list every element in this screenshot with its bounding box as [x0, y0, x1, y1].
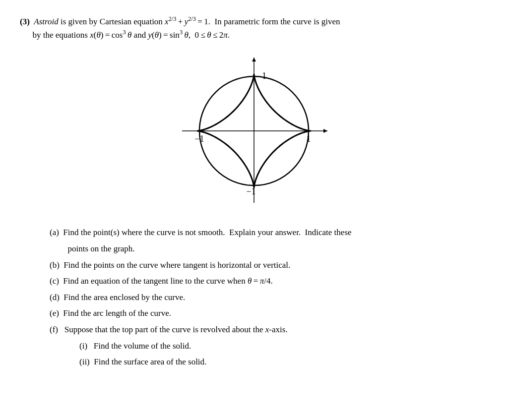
question-f: (f) Suppose that the top part of the cur…: [50, 322, 488, 338]
question-c: (c) Find an equation of the tangent line…: [50, 274, 488, 289]
astroid-label: Astroid: [34, 17, 58, 26]
problem-number: (3): [20, 17, 30, 26]
graph-wrapper: −1 1 1 −1 (function() { var path = docum…: [175, 52, 333, 210]
question-fii: (ii) Find the surface area of the solid.: [79, 355, 488, 370]
question-a-cont: points on the graph.: [68, 241, 488, 257]
astroid-accurate: (function() { var path = document.getEle…: [175, 52, 333, 210]
question-b: (b) Find the points on the curve where t…: [50, 258, 488, 273]
question-a: (a) Find the point(s) where the curve is…: [50, 225, 488, 240]
problem-statement: (3) Astroid is given by Cartesian equati…: [20, 15, 488, 42]
graph-container: −1 1 1 −1 (function() { var path = docum…: [20, 52, 488, 210]
question-e: (e) Find the arc length of the curve.: [50, 306, 488, 321]
question-fi: (i) Find the volume of the solid.: [79, 339, 488, 354]
problem-container: (3) Astroid is given by Cartesian equati…: [20, 15, 488, 370]
astroid-path: [197, 74, 311, 188]
question-d: (d) Find the area enclosed by the curve.: [50, 290, 488, 305]
questions-section: (a) Find the point(s) where the curve is…: [50, 225, 488, 369]
